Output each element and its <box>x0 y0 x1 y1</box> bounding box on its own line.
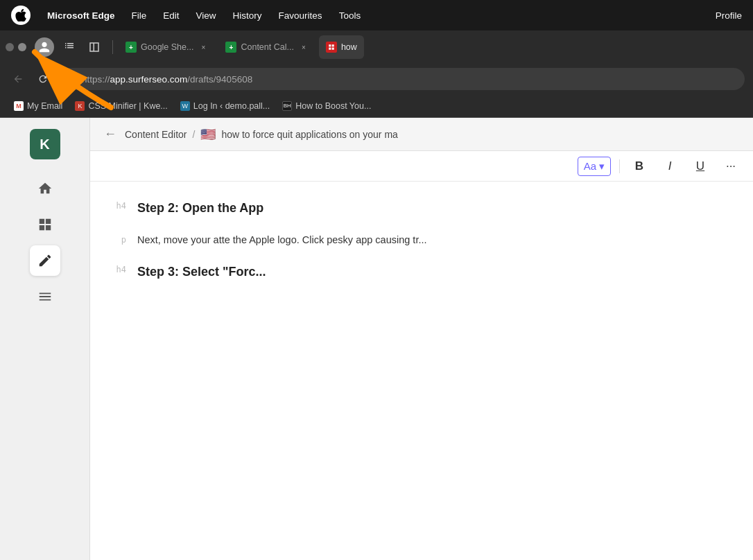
menu-profile[interactable]: Profile <box>716 10 742 21</box>
menu-history[interactable]: History <box>233 10 262 21</box>
tab-content-cal-close[interactable]: × <box>298 42 309 53</box>
refresh-button[interactable] <box>33 69 53 89</box>
sidebar-toggle-icon[interactable] <box>85 37 104 57</box>
more-options-button[interactable]: ··· <box>720 155 742 177</box>
bookmark-kwes-label: CSS Minifier | Kwe... <box>88 101 167 111</box>
breadcrumb-separator: / <box>193 129 196 140</box>
sidebar-item-editor[interactable] <box>30 245 60 276</box>
sidebar-logo[interactable]: K <box>30 129 60 159</box>
truncation-ellipsis: ... <box>418 234 426 245</box>
editor-text-step3[interactable]: Step 3: Select "Forc... <box>137 262 734 282</box>
how-to-favicon <box>326 42 337 53</box>
editor-row-p: p Next, move your atte the Apple logo. C… <box>110 232 734 248</box>
breadcrumb-content-editor: Content Editor <box>125 129 187 140</box>
menu-favourites[interactable]: Favourites <box>279 10 322 21</box>
toolbar-separator-1 <box>619 159 620 173</box>
font-size-label: Aa <box>584 160 596 172</box>
content-cal-favicon: + <box>225 42 236 53</box>
underline-button[interactable]: U <box>689 155 711 177</box>
main-content: ← Content Editor / 🇺🇸 how to force quit … <box>90 118 753 560</box>
row-tag-p: p <box>110 232 126 245</box>
breadcrumb-back-button[interactable]: ← <box>104 127 116 141</box>
truncation-ellipsis-2: ... <box>256 265 266 279</box>
browser-chrome: + Google She... × + Content Cal... × how <box>0 30 753 118</box>
apple-logo-icon[interactable] <box>11 6 31 25</box>
wp-favicon: W <box>180 101 190 111</box>
menu-tools[interactable]: Tools <box>339 10 361 21</box>
sidebar-item-home[interactable] <box>30 173 60 204</box>
bookmark-gmail-label: My Email <box>27 101 62 111</box>
svg-rect-4 <box>332 48 334 50</box>
bookmark-gmail[interactable]: M My Email <box>8 98 68 114</box>
chevron-down-icon: ▾ <box>599 160 605 173</box>
tab-google-sheets-close[interactable]: × <box>198 42 209 53</box>
breadcrumb-flag: 🇺🇸 <box>200 127 216 142</box>
url-bar[interactable]: https://app.surferseo.com/drafts/9405608 <box>58 68 745 90</box>
tab-bar-separator <box>112 40 113 54</box>
google-sheets-favicon: + <box>125 42 137 53</box>
address-bar: https://app.surferseo.com/drafts/9405608 <box>0 64 753 94</box>
tab-content-cal[interactable]: + Content Cal... × <box>218 35 315 59</box>
row-tag-h4: h4 <box>110 198 126 211</box>
window-close-button[interactable] <box>6 43 14 51</box>
sidebar-item-grid[interactable] <box>30 209 60 240</box>
editor-row-h4-step2: h4 Step 2: Open the App <box>110 198 734 218</box>
sidebar: K <box>0 118 90 560</box>
menu-view[interactable]: View <box>196 10 216 21</box>
back-button[interactable] <box>8 69 28 89</box>
collections-icon[interactable] <box>60 37 79 57</box>
svg-rect-1 <box>329 44 331 46</box>
gmail-favicon: M <box>14 101 24 111</box>
bookmark-wp-label: Log In ‹ demo.pall... <box>193 101 270 111</box>
svg-rect-2 <box>332 44 334 46</box>
url-text: https://app.surferseo.com/drafts/9405608 <box>82 74 252 85</box>
editor-text-step2[interactable]: Step 2: Open the App <box>137 198 734 218</box>
tab-content-cal-label: Content Cal... <box>241 42 293 52</box>
window-minimize-button[interactable] <box>18 43 26 51</box>
font-size-button[interactable]: Aa ▾ <box>578 157 611 176</box>
menu-bar: Microsoft Edge File Edit View History Fa… <box>0 0 753 30</box>
editor-toolbar: Aa ▾ B I U ··· <box>90 151 753 182</box>
bookmark-wordpress[interactable]: W Log In ‹ demo.pall... <box>175 98 275 114</box>
tab-how-to[interactable]: how <box>319 35 364 59</box>
window-controls <box>6 43 26 51</box>
bold-button[interactable]: B <box>628 155 650 177</box>
sidebar-item-menu[interactable] <box>30 281 60 312</box>
bookmark-kwes[interactable]: K CSS Minifier | Kwe... <box>69 98 173 114</box>
bookmark-bh-label: How to Boost You... <box>295 101 371 111</box>
tab-bar: + Google She... × + Content Cal... × how <box>0 30 753 64</box>
lock-icon <box>68 73 76 85</box>
breadcrumb-doc-title: how to force quit applications on your m… <box>221 129 397 140</box>
tab-google-sheets-label: Google She... <box>141 42 193 52</box>
row-tag-h4-2: h4 <box>110 262 126 274</box>
profile-avatar[interactable] <box>35 37 54 57</box>
menu-file[interactable]: File <box>132 10 147 21</box>
menu-edit[interactable]: Edit <box>163 10 179 21</box>
tab-google-sheets[interactable]: + Google She... × <box>119 35 216 59</box>
kwes-favicon: K <box>75 101 85 111</box>
bookmarks-bar: M My Email K CSS Minifier | Kwe... W Log… <box>0 94 753 118</box>
editor-text-paragraph[interactable]: Next, move your atte the Apple logo. Cli… <box>137 232 734 248</box>
bh-favicon: BH <box>282 101 292 111</box>
app-name[interactable]: Microsoft Edge <box>47 10 115 21</box>
bookmark-bh[interactable]: BH How to Boost You... <box>277 98 376 114</box>
svg-rect-3 <box>329 48 331 50</box>
editor-row-h4-step3: h4 Step 3: Select "Forc... <box>110 262 734 282</box>
italic-button[interactable]: I <box>659 155 681 177</box>
tab-how-to-label: how <box>341 42 357 52</box>
page-area: K ← Content Editor / 🇺🇸 how to force qui… <box>0 118 753 560</box>
breadcrumb-bar: ← Content Editor / 🇺🇸 how to force quit … <box>90 118 753 151</box>
editor-content[interactable]: h4 Step 2: Open the App p Next, move you… <box>90 182 753 560</box>
